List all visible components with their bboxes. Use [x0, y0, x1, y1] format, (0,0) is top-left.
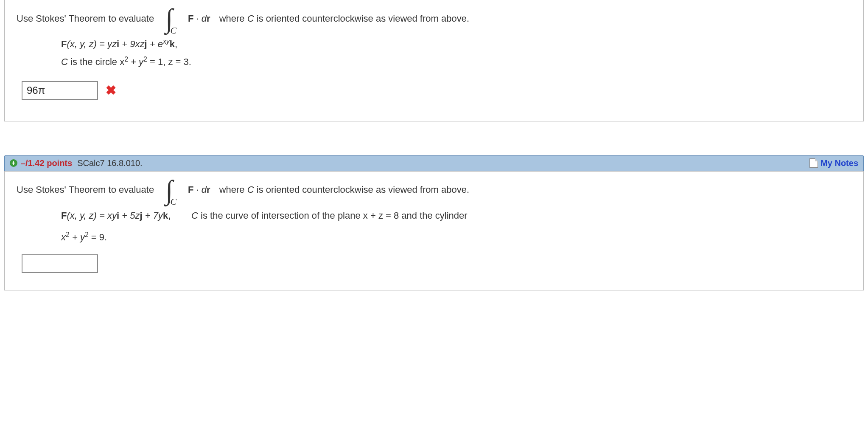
answer-row — [22, 254, 851, 273]
vector-r: r — [207, 13, 210, 24]
spacer — [4, 121, 864, 155]
answer-input[interactable] — [22, 254, 98, 273]
integral-sub: C — [171, 25, 177, 36]
prompt-pre: Use Stokes' Theorem to evaluate — [17, 13, 154, 24]
dot: · — [193, 13, 201, 24]
points-text: –/1.42 points — [21, 158, 72, 168]
prompt-pre: Use Stokes' Theorem to evaluate — [17, 184, 154, 195]
curve-condition: C is the curve of intersection of the pl… — [191, 207, 468, 225]
curve-line: C is the circle x2 + y2 = 1, z = 3. — [61, 53, 851, 71]
expand-icon[interactable]: + — [10, 159, 17, 167]
integrand: F · dr — [188, 184, 210, 195]
integrand: F · dr — [188, 13, 210, 24]
answer-input[interactable] — [22, 81, 98, 100]
incorrect-icon: ✖ — [106, 83, 116, 98]
header-left: + –/1.42 points SCalc7 16.8.010. — [10, 158, 143, 168]
integral-sub: C — [171, 196, 177, 207]
question-header: + –/1.42 points SCalc7 16.8.010. My Note… — [4, 155, 864, 171]
problem-definition: F(x, y, z) = xyi + 5zj + 7yk, C is the c… — [61, 207, 851, 246]
answer-row: ✖ — [22, 81, 851, 100]
problem-definition: F(x, y, z) = yzi + 9xzj + exyk, C is the… — [61, 35, 851, 71]
integral-symbol: ∫ C — [165, 8, 179, 29]
notes-icon — [809, 158, 818, 168]
vector-field-line: F(x, y, z) = yzi + 9xzj + exyk, — [61, 35, 851, 53]
vector-F: F — [188, 184, 193, 195]
cylinder-line: x2 + y2 = 9. — [61, 228, 851, 246]
prompt-post: where C is oriented counterclockwise as … — [214, 184, 469, 195]
prompt-line: Use Stokes' Theorem to evaluate ∫ C F · … — [17, 8, 851, 29]
question-1-box: Use Stokes' Theorem to evaluate ∫ C F · … — [4, 0, 864, 121]
prompt-post: where C is oriented counterclockwise as … — [214, 13, 469, 24]
notes-label: My Notes — [820, 158, 858, 168]
prompt-line: Use Stokes' Theorem to evaluate ∫ C F · … — [17, 179, 851, 201]
question-2-box: Use Stokes' Theorem to evaluate ∫ C F · … — [4, 171, 864, 291]
integral-symbol: ∫ C — [165, 179, 179, 201]
d: d — [202, 184, 207, 195]
source-text: SCalc7 16.8.010. — [77, 158, 142, 168]
vector-r: r — [207, 184, 210, 195]
my-notes-button[interactable]: My Notes — [809, 158, 858, 168]
vector-field-line: F(x, y, z) = xyi + 5zj + 7yk, — [61, 207, 171, 225]
vector-F: F — [188, 13, 193, 24]
d: d — [202, 13, 207, 24]
dot: · — [193, 184, 201, 195]
